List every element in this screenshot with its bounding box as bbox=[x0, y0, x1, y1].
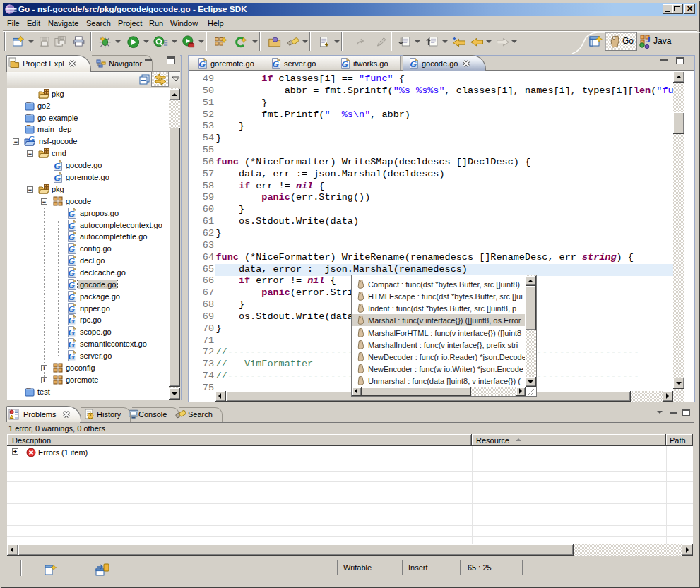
svg-text:J: J bbox=[646, 35, 651, 44]
